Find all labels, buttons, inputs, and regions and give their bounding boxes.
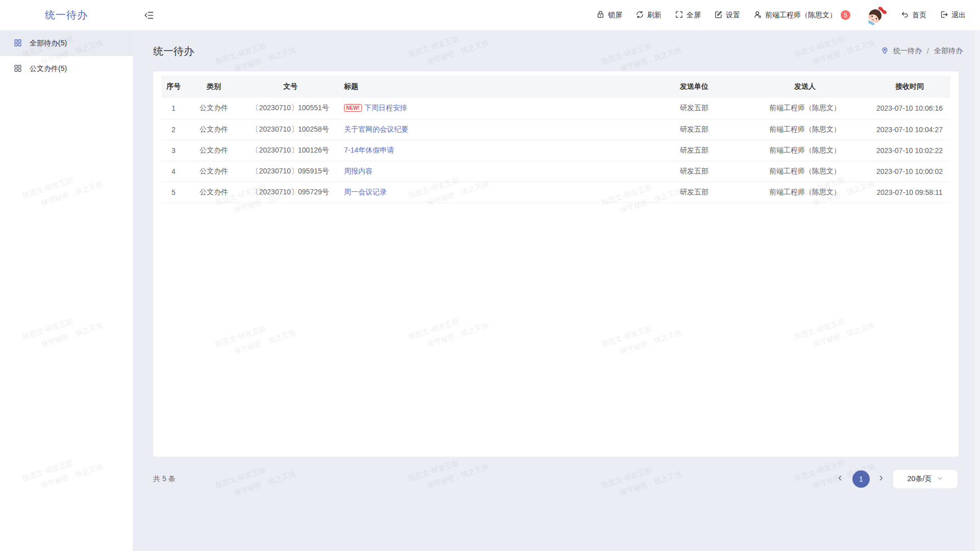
cell-sender: 前端工程师（陈思文） xyxy=(741,161,869,182)
fullscreen-button[interactable]: 全屏 xyxy=(675,10,701,20)
cell-sending-unit: 研发五部 xyxy=(647,182,741,203)
cell-row-number: 2 xyxy=(161,119,186,140)
cell-row-number: 1 xyxy=(161,98,186,119)
page-number-active[interactable]: 1 xyxy=(852,470,870,488)
todo-table-card: 序号类别文号标题发送单位发送人接收时间 1公文办件〔20230710〕10055… xyxy=(153,71,959,457)
scrollbar-track[interactable] xyxy=(975,31,980,551)
breadcrumb: 统一待办 / 全部待办 xyxy=(880,46,963,56)
doc-title-link[interactable]: 周报内容 xyxy=(344,167,373,175)
avatar-cartoon-girl xyxy=(865,4,887,27)
sidebar-item-label: 公文办件(5) xyxy=(30,64,67,73)
cell-sender: 前端工程师（陈思文） xyxy=(741,140,869,161)
fullscreen-icon xyxy=(675,10,683,20)
cell-receive-time: 2023-07-10 10:00:02 xyxy=(869,161,950,182)
cell-title: 周一会议记录 xyxy=(339,182,647,203)
user-name-label: 前端工程师（陈思文） xyxy=(765,11,837,20)
refresh-label: 刷新 xyxy=(647,11,662,20)
table-row: 5公文办件〔20230710〕095729号周一会议记录研发五部前端工程师（陈思… xyxy=(161,182,950,203)
back-home-icon xyxy=(900,10,909,20)
sidebar: 全部待办(5) 公文办件(5) xyxy=(0,31,133,551)
location-pin-icon xyxy=(880,46,889,56)
home-label: 首页 xyxy=(912,11,926,20)
cell-doc-number: 〔20230710〕100258号 xyxy=(242,119,339,140)
settings-label: 设置 xyxy=(726,11,740,20)
fullscreen-label: 全屏 xyxy=(687,11,701,20)
table-row: 1公文办件〔20230710〕100551号NEW!下周日程安排研发五部前端工程… xyxy=(161,98,950,119)
chevron-left-icon xyxy=(836,474,844,484)
logout-icon xyxy=(940,10,948,20)
chevron-down-icon xyxy=(937,475,943,483)
sidebar-item-label: 全部待办(5) xyxy=(30,39,67,48)
lock-screen-label: 锁屏 xyxy=(608,11,622,20)
total-count: 共 5 条 xyxy=(153,474,176,484)
logout-button[interactable]: 退出 xyxy=(940,10,966,20)
menu-fold-icon xyxy=(144,13,154,22)
todo-table: 序号类别文号标题发送单位发送人接收时间 1公文办件〔20230710〕10055… xyxy=(161,76,950,203)
settings-edit-icon xyxy=(714,10,723,20)
cell-receive-time: 2023-07-10 10:02:22 xyxy=(869,140,950,161)
todo-count-badge: 5 xyxy=(841,10,850,20)
doc-title-link[interactable]: 7-14年休假申请 xyxy=(344,146,394,154)
new-badge: NEW! xyxy=(344,104,362,112)
refresh-button[interactable]: 刷新 xyxy=(635,10,662,20)
lock-icon xyxy=(596,10,605,20)
table-row: 3公文办件〔20230710〕100126号7-14年休假申请研发五部前端工程师… xyxy=(161,140,950,161)
header-actions: 锁屏 刷新 全屏 设置 xyxy=(596,4,980,27)
table-body: 1公文办件〔20230710〕100551号NEW!下周日程安排研发五部前端工程… xyxy=(161,98,950,203)
cell-row-number: 4 xyxy=(161,161,186,182)
cell-receive-time: 2023-07-10 10:06:16 xyxy=(869,98,950,119)
page-size-select[interactable]: 20条/页 xyxy=(893,470,958,488)
cell-category: 公文办件 xyxy=(186,161,242,182)
cell-sender: 前端工程师（陈思文） xyxy=(741,119,869,140)
doc-title-link[interactable]: 关于官网的会议纪要 xyxy=(344,125,408,133)
column-header: 接收时间 xyxy=(869,76,950,98)
page-size-value: 20条/页 xyxy=(908,474,932,484)
prev-page-button[interactable] xyxy=(836,474,845,484)
chevron-right-icon xyxy=(877,474,885,484)
home-button[interactable]: 首页 xyxy=(900,10,926,20)
cell-receive-time: 2023-07-10 10:04:27 xyxy=(869,119,950,140)
user-menu[interactable]: 前端工程师（陈思文） 5 xyxy=(753,10,850,20)
top-header: 统一待办 锁屏 刷新 xyxy=(0,0,980,31)
cell-sending-unit: 研发五部 xyxy=(647,140,741,161)
cell-category: 公文办件 xyxy=(186,140,242,161)
column-header: 类别 xyxy=(186,76,242,98)
cell-title: 关于官网的会议纪要 xyxy=(339,119,647,140)
cell-doc-number: 〔20230710〕100126号 xyxy=(242,140,339,161)
column-header: 序号 xyxy=(161,76,186,98)
page-title: 统一待办 xyxy=(153,44,194,58)
cell-title: 周报内容 xyxy=(339,161,647,182)
cell-sending-unit: 研发五部 xyxy=(647,119,741,140)
next-page-button[interactable] xyxy=(877,474,886,484)
cell-sender: 前端工程师（陈思文） xyxy=(741,98,869,119)
main-content: 统一待办 统一待办 / 全部待办 序号类别文号标题发送单位发送人接收时间 1公文… xyxy=(133,0,980,488)
user-avatar[interactable] xyxy=(864,4,887,27)
cell-title: NEW!下周日程安排 xyxy=(339,98,647,119)
cell-row-number: 5 xyxy=(161,182,186,203)
cell-doc-number: 〔20230710〕100551号 xyxy=(242,98,339,119)
column-header: 发送单位 xyxy=(647,76,741,98)
cell-category: 公文办件 xyxy=(186,119,242,140)
cell-doc-number: 〔20230710〕095915号 xyxy=(242,161,339,182)
cell-category: 公文办件 xyxy=(186,98,242,119)
app-logo: 统一待办 xyxy=(0,8,133,22)
doc-title-link[interactable]: 下周日程安排 xyxy=(364,104,407,112)
cell-sending-unit: 研发五部 xyxy=(647,98,741,119)
doc-title-link[interactable]: 周一会议记录 xyxy=(344,188,387,196)
sidebar-collapse-button[interactable] xyxy=(144,10,154,20)
refresh-icon xyxy=(635,10,644,20)
cell-row-number: 3 xyxy=(161,140,186,161)
sidebar-item-official-docs[interactable]: 公文办件(5) xyxy=(0,56,133,82)
table-row: 4公文办件〔20230710〕095915号周报内容研发五部前端工程师（陈思文）… xyxy=(161,161,950,182)
cell-category: 公文办件 xyxy=(186,182,242,203)
cell-sending-unit: 研发五部 xyxy=(647,161,741,182)
sidebar-item-all-todo[interactable]: 全部待办(5) xyxy=(0,31,133,56)
table-row: 2公文办件〔20230710〕100258号关于官网的会议纪要研发五部前端工程师… xyxy=(161,119,950,140)
breadcrumb-item[interactable]: 统一待办 xyxy=(893,46,922,56)
breadcrumb-item-current: 全部待办 xyxy=(934,46,963,56)
logout-label: 退出 xyxy=(951,11,966,20)
settings-button[interactable]: 设置 xyxy=(714,10,740,20)
user-icon xyxy=(753,10,762,20)
column-header: 文号 xyxy=(242,76,339,98)
lock-screen-button[interactable]: 锁屏 xyxy=(596,10,622,20)
